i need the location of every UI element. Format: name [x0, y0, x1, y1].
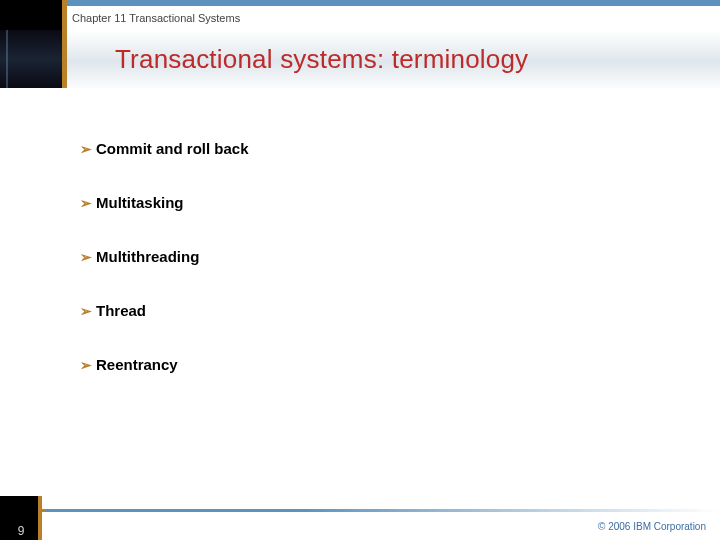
- list-item: ➢ Multithreading: [80, 248, 680, 266]
- bullet-label: Reentrancy: [96, 356, 178, 373]
- chapter-label: Chapter 11 Transactional Systems: [72, 12, 240, 24]
- list-item: ➢ Reentrancy: [80, 356, 680, 374]
- heading-band: Transactional systems: terminology: [0, 30, 720, 88]
- footer-divider: [0, 509, 720, 512]
- slide: Chapter 11 Transactional Systems Transac…: [0, 0, 720, 540]
- copyright: © 2006 IBM Corporation: [598, 521, 706, 532]
- bullet-label: Multitasking: [96, 194, 184, 211]
- bullet-label: Commit and roll back: [96, 140, 249, 157]
- chevron-icon: ➢: [80, 302, 92, 320]
- chevron-icon: ➢: [80, 140, 92, 158]
- chapter-accent: [0, 6, 67, 30]
- page-number: 9: [0, 524, 42, 538]
- heading-accent: [0, 30, 67, 88]
- list-item: ➢ Commit and roll back: [80, 140, 680, 158]
- page-title: Transactional systems: terminology: [115, 44, 528, 75]
- chapter-bar: Chapter 11 Transactional Systems: [0, 6, 720, 30]
- content-body: ➢ Commit and roll back ➢ Multitasking ➢ …: [80, 140, 680, 410]
- chevron-icon: ➢: [80, 356, 92, 374]
- bullet-label: Multithreading: [96, 248, 199, 265]
- chevron-icon: ➢: [80, 248, 92, 266]
- list-item: ➢ Thread: [80, 302, 680, 320]
- chevron-icon: ➢: [80, 194, 92, 212]
- list-item: ➢ Multitasking: [80, 194, 680, 212]
- bullet-label: Thread: [96, 302, 146, 319]
